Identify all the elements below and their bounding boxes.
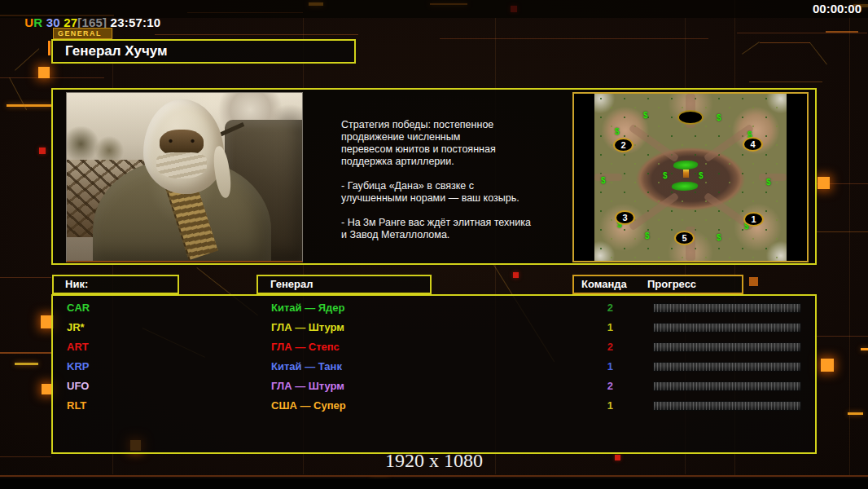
glow-square xyxy=(749,277,758,286)
player-team: 2 xyxy=(541,298,613,318)
player-team: 1 xyxy=(541,318,613,337)
portrait-tone-overlay xyxy=(67,93,302,261)
score-part: U xyxy=(24,15,33,29)
oil-derrick-icon xyxy=(683,170,689,178)
player-row: ART ГЛА — Степс 2 xyxy=(53,337,815,357)
player-general: ГЛА — Штурм xyxy=(271,377,344,396)
circuit-line xyxy=(814,336,868,337)
map-position: 4 xyxy=(743,137,763,152)
match-timer: 00:00:00 xyxy=(813,2,861,15)
header-general: Генерал xyxy=(256,275,432,294)
player-general: Китай — Ядер xyxy=(271,298,345,318)
progress-bar xyxy=(653,323,801,333)
circuit-line xyxy=(0,77,104,78)
strategy-line: - Гаубица «Дана» в связке с xyxy=(341,180,561,192)
player-row: RLT США — Супер 1 xyxy=(53,396,815,416)
map-terrain: $ $ $ $ $ $ $ $ $ $ $ $ 2 4 3 1 5 xyxy=(594,94,787,261)
progress-bar xyxy=(653,303,801,313)
progress-bar xyxy=(653,362,801,372)
map-road xyxy=(759,174,787,181)
player-row: KRP Китай — Танк 1 xyxy=(53,357,815,377)
circuit-diagonal xyxy=(809,42,827,64)
circuit-line xyxy=(0,352,51,354)
header-nick: Ник: xyxy=(52,275,179,294)
player-team: 1 xyxy=(541,357,613,377)
score-part: R xyxy=(33,15,42,29)
circuit-line xyxy=(760,42,810,43)
strategy-line: перевесом юнитов и постоянная xyxy=(341,143,561,156)
player-general: США — Супер xyxy=(271,396,346,416)
player-general: ГЛА — Штурм xyxy=(271,318,344,337)
player-team: 1 xyxy=(541,396,613,416)
circuit-line xyxy=(817,231,868,232)
strategy-line: Стратегия победы: постепенное xyxy=(341,119,561,131)
map-position: 5 xyxy=(674,231,695,245)
supply-money-icon: $ xyxy=(699,172,704,180)
player-nick: RLT xyxy=(67,396,86,416)
progress-bar xyxy=(653,342,801,352)
strategy-line: - На 3м Ранге вас ждёт элитная техника xyxy=(341,217,561,229)
player-nick: ART xyxy=(67,337,89,357)
player-row: CAR Китай — Ядер 2 xyxy=(53,298,815,318)
player-nick: CAR xyxy=(67,298,90,318)
circuit-dash xyxy=(861,348,868,350)
player-nick: JR* xyxy=(67,318,85,337)
strategy-line: поддержка артиллерии. xyxy=(341,156,561,168)
circuit-line xyxy=(749,82,822,82)
players-table: CAR Китай — Ядер 2 JR* ГЛА — Штурм 1 ART… xyxy=(51,294,817,454)
strategy-line: улучшенными норами — ваш козырь. xyxy=(341,192,561,205)
general-name: Генерал Хучум xyxy=(65,43,168,59)
bottom-black-bar xyxy=(0,478,868,489)
player-general: Китай — Танк xyxy=(271,357,342,377)
circuit-line xyxy=(0,475,868,477)
progress-bar xyxy=(653,401,801,411)
circuit-dash xyxy=(848,412,863,415)
general-name-box: Генерал Хучум xyxy=(51,39,356,64)
header-team: Команда xyxy=(581,276,627,293)
supply-money-icon: $ xyxy=(766,178,771,187)
map-position-empty xyxy=(677,110,704,125)
supply-money-icon: $ xyxy=(601,177,606,185)
glow-square xyxy=(38,67,50,78)
progress-bar xyxy=(653,381,801,391)
map-position: 2 xyxy=(613,138,633,152)
map-preview: $ $ $ $ $ $ $ $ $ $ $ $ 2 4 3 1 5 xyxy=(572,92,809,262)
header-progress: Прогресс xyxy=(647,276,696,293)
player-row: UFO ГЛА — Штурм 2 xyxy=(53,377,815,396)
glow-square xyxy=(818,177,830,189)
map-road xyxy=(594,174,622,181)
circuit-line xyxy=(440,38,708,39)
map-letterbox-right xyxy=(787,94,807,261)
player-nick: UFO xyxy=(67,377,89,396)
player-nick: KRP xyxy=(67,357,89,377)
player-team: 2 xyxy=(541,377,613,396)
strategy-line: продвижение численным xyxy=(341,131,561,143)
supply-money-icon: $ xyxy=(643,112,648,120)
strategy-line xyxy=(341,205,561,217)
map-position: 3 xyxy=(615,210,635,225)
player-row: JR* ГЛА — Штурм 1 xyxy=(53,318,815,337)
top-bar: UR 30 27[165] 23:57:10 00:00:00 xyxy=(0,0,868,18)
circuit-diagonal xyxy=(742,42,760,55)
header-team-progress: Команда Прогресс xyxy=(572,275,743,294)
circuit-line xyxy=(737,33,867,33)
map-letterbox-left xyxy=(574,94,594,261)
strategy-line xyxy=(341,168,561,180)
red-square xyxy=(513,272,519,278)
general-portrait xyxy=(66,92,303,262)
circuit-line-vertical xyxy=(849,0,850,475)
supply-money-icon: $ xyxy=(645,232,650,240)
strategy-text: Стратегия победы: постепенное продвижени… xyxy=(341,119,561,241)
score-part: 23:57:10 xyxy=(107,15,160,29)
supply-money-icon: $ xyxy=(615,128,620,136)
supply-money-icon: $ xyxy=(717,114,721,122)
resolution-label: 1920 x 1080 xyxy=(0,450,868,472)
red-square xyxy=(39,148,46,154)
circuit-line xyxy=(155,34,358,35)
supply-money-icon: $ xyxy=(663,172,668,180)
circuit-dash xyxy=(15,363,38,365)
general-tab-label: GENERAL xyxy=(53,28,112,39)
circuit-line xyxy=(0,277,51,278)
player-general: ГЛА — Степс xyxy=(271,337,340,357)
briefing-panel: Стратегия победы: постепенное продвижени… xyxy=(51,88,817,265)
